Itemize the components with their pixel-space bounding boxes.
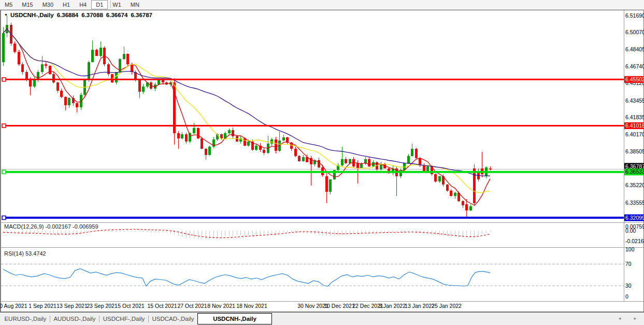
tab-audusd-daily[interactable]: AUDUSD-,Daily [50, 314, 99, 324]
tab-eurusd-daily[interactable]: EURUSD-,Daily [1, 314, 50, 324]
candle-body [446, 185, 449, 191]
candle-body [282, 137, 285, 140]
axis-label: 6.48405 [625, 46, 644, 52]
candle-body [126, 54, 129, 64]
date-label: 15 Oct 2021 [147, 303, 177, 309]
level-line-handle [2, 78, 6, 81]
symbol-dropdown-icon[interactable]: ▼ [4, 13, 8, 17]
trading-terminal-window: M5M15M30H1H4D1W1MN 6.516906.500706.48405… [0, 0, 644, 325]
candle-body [68, 98, 70, 105]
candle-body [270, 139, 273, 144]
timeframe-button-h1[interactable]: H1 [58, 0, 75, 9]
candle-body [76, 103, 78, 107]
axis-label: 0.00 [625, 228, 636, 234]
axis-label: -0.02164 [625, 238, 644, 244]
candle-body [41, 64, 44, 73]
axis-label: 6.46740 [625, 63, 644, 69]
candle-body [263, 150, 265, 153]
date-label: 27 Oct 2021 [177, 303, 207, 309]
candle-body [18, 52, 20, 64]
candle-body [13, 44, 16, 52]
tab-scroll-right-button[interactable]: ► [633, 316, 642, 321]
axis-label: 6.32099 [625, 215, 644, 221]
candle-body [123, 54, 125, 59]
candle-body [450, 191, 452, 196]
price-chart-canvas[interactable]: 6.516906.500706.484056.467406.451206.434… [0, 0, 644, 325]
candle-body [368, 159, 370, 166]
date-label: 10 Dec 2021 [324, 303, 355, 309]
candle-body [115, 72, 118, 82]
candle-body [232, 130, 234, 136]
candle-body [438, 176, 441, 181]
candle-body [411, 149, 413, 156]
quote-open: 6.36884 [57, 12, 79, 18]
tab-usdcad-daily[interactable]: USDCAD-,Daily [149, 314, 197, 324]
axis-label: 100 [625, 246, 635, 252]
candle-body [131, 64, 133, 73]
candle-body [29, 79, 32, 87]
tab-scroll-left-button[interactable]: ◄ [618, 316, 627, 321]
date-axis: 20 Aug 20211 Sep 202113 Sep 202123 Sep 2… [0, 303, 462, 309]
date-label: 23 Sep 2021 [87, 303, 118, 309]
axis-label: 6.40170 [625, 131, 644, 137]
axis-label: 6.51690 [625, 12, 644, 19]
candle-body [465, 204, 468, 210]
tab-usdchf-daily[interactable]: USDCHF-,Daily [99, 314, 148, 324]
timeframe-button-m5[interactable]: M5 [0, 0, 17, 9]
candle-body [95, 50, 98, 56]
tab-usdcnh-daily[interactable]: USDCNH-,Daily [197, 313, 272, 324]
axis-label: 6.50070 [625, 29, 644, 35]
candle-body [325, 176, 328, 192]
quote-close: 6.36787 [131, 12, 152, 18]
candle-body [454, 193, 456, 196]
candle-body [64, 97, 67, 105]
chart-title: ▼USDCNH-,Daily6.368846.370886.366746.367… [4, 12, 152, 18]
axis-label: 6.45502 [625, 76, 644, 82]
candle-body [473, 168, 476, 204]
candle-body [21, 64, 24, 73]
candle-body [197, 128, 199, 138]
candle-body [298, 156, 300, 161]
timeframe-button-d1[interactable]: D1 [91, 0, 108, 9]
candle-body [99, 48, 102, 56]
candle-body [423, 165, 425, 172]
timeframe-button-m30[interactable]: M30 [38, 0, 58, 9]
candle-body [228, 130, 231, 133]
date-label: 13 Sep 2021 [56, 303, 88, 309]
candle-body [49, 66, 51, 74]
axis-label: 6.33555 [625, 200, 644, 206]
candle-body [275, 139, 277, 151]
date-label: 18 Nov 2021 [236, 303, 267, 309]
candle-body [469, 206, 472, 210]
timeframe-button-group: M5M15M30H1H4D1W1MN [0, 0, 144, 9]
candle-body [142, 87, 145, 92]
candle-body [60, 91, 63, 97]
timeframe-button-m15[interactable]: M15 [17, 0, 37, 9]
symbol-label: USDCNH-,Daily [10, 12, 54, 18]
candle-body [415, 149, 418, 158]
tab-scroll-arrows: ◄ ► [618, 316, 642, 321]
timeframe-button-mn[interactable]: MN [126, 0, 144, 9]
axis-label: 0 [625, 293, 628, 300]
date-label: 8 Nov 2021 [207, 303, 235, 309]
timeframe-button-h4[interactable]: H4 [75, 0, 91, 9]
candle-body [208, 147, 211, 155]
candle-body [25, 72, 28, 79]
candle-body [286, 137, 289, 143]
candle-body [2, 33, 5, 62]
level-line-handle [2, 170, 6, 174]
candle-body [318, 160, 320, 167]
level-line-handle [2, 216, 6, 220]
candle-body [205, 149, 207, 155]
candle-body [193, 128, 195, 133]
date-label: 1 Sep 2021 [28, 303, 56, 309]
candle-body [419, 158, 421, 165]
quote-high: 6.37088 [81, 12, 103, 18]
candle-body [341, 159, 344, 165]
candle-body [462, 201, 464, 205]
quote-low: 6.36674 [106, 12, 128, 18]
candle-body [181, 134, 183, 138]
candle-body [407, 156, 410, 163]
candle-body [52, 74, 55, 82]
candle-body [302, 157, 305, 161]
